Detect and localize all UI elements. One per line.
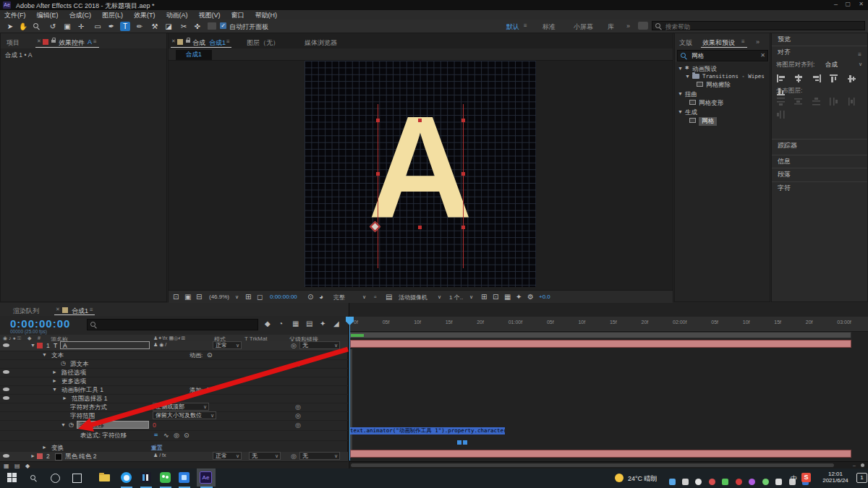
distribute-top-button[interactable] [777,98,786,106]
zoom-level[interactable]: (46.9%) [209,294,229,300]
workspace-tab-libraries[interactable]: 库 [608,22,614,32]
always-preview-icon[interactable]: ⊡ [173,294,179,301]
add-button[interactable]: ⊙ [205,386,211,393]
align-hcenter-button[interactable] [794,74,804,82]
exposure-reset-icon[interactable]: ⚙ [527,294,534,301]
views-chevron-icon[interactable]: ∨ [469,294,473,301]
tray-leaf-icon[interactable] [722,479,728,485]
start-button[interactable] [7,473,17,482]
panel-icon[interactable] [208,22,216,30]
tab-media-browser[interactable]: 媒体浏览器 [305,38,337,48]
hscrollbar-thumb[interactable] [351,463,834,467]
comp-mini-flowchart-icon[interactable]: ◆ [265,320,271,328]
blend-mode-select[interactable]: 正常∨ [213,452,242,460]
auto-open-checkbox[interactable]: ✓ [220,22,226,29]
flowchart-btn-icon[interactable]: ✦ [516,294,522,301]
taskbar-search-icon[interactable] [30,475,38,482]
effects-panel-overflow-icon[interactable]: » [756,38,760,46]
comp-tab-close-icon[interactable]: ✕ [171,38,176,44]
tree-group-generate[interactable]: ▼ 生成 [675,108,770,116]
camera-chevron-icon[interactable]: ∨ [438,294,441,301]
video-editor-icon[interactable] [140,471,153,484]
close-button[interactable]: ✕ [859,1,864,7]
effects-search-clear-icon[interactable]: ✕ [760,52,765,59]
tray-pinwheel-icon[interactable] [709,479,715,485]
align-vcenter-button[interactable] [848,74,857,82]
stopwatch-icon[interactable]: ◷ [69,421,74,428]
ime-indicator[interactable]: 中 [791,474,797,484]
distribute-left-button[interactable] [830,98,839,106]
effects-panel-menu-icon[interactable]: ≡ [741,38,745,45]
browser-icon[interactable] [120,471,133,484]
current-timecode[interactable]: 0:00:00:00 [10,317,70,330]
panel-menu-icon[interactable]: ≡ [93,38,97,45]
align-left-button[interactable] [777,74,786,82]
blend-mode-select[interactable]: 正常∨ [213,341,242,349]
layer-name-field[interactable]: A [60,341,150,349]
puppet-pin-tool-icon[interactable]: ✜ [192,22,203,31]
wechat-icon[interactable] [159,471,172,484]
distribute-right-button[interactable] [777,111,786,119]
workspace-bar-icon[interactable] [638,22,648,30]
guides-icon[interactable]: ⊞ [245,294,251,301]
layer-row-2[interactable]: ► 2 黑色 纯色 2 ♟ / fx 正常∨ 无∨ ◎ 无∨ [0,452,348,462]
viewer-subtab-comp1[interactable]: 合成1 [176,50,212,60]
view-layout-select[interactable]: 1 个.. [449,294,463,301]
tray-apple-icon[interactable] [736,479,742,485]
time-ruler[interactable]: 0f 05f 10f 15f 20f 01:00f 05f 10f 15f 20… [349,317,868,332]
graph-editor-icon[interactable]: ◢ [333,320,339,328]
twirl-icon[interactable]: ► [52,369,57,374]
tray-shield-icon[interactable] [669,479,676,485]
timeline-search-box[interactable] [87,319,258,330]
tree-group-distort[interactable]: ▼ 扭曲 [675,90,770,98]
pan-behind-tool-icon[interactable]: ✛ [76,22,86,31]
effects-search-input[interactable] [690,51,758,61]
layer-1-duration-bar[interactable] [350,340,851,348]
mirror-viewer-icon[interactable]: ⊟ [196,294,202,301]
handle-top-left[interactable] [376,119,380,122]
handle-bottom-center[interactable] [418,226,422,229]
timeline-panel-menu-icon[interactable]: ≡ [90,307,93,313]
motion-blur-icon[interactable]: ✦ [320,320,326,328]
system-tray[interactable] [667,475,811,488]
char-offset-label-selected[interactable]: 字符位移 [77,421,149,429]
pixel-aspect-icon[interactable]: ⊞ [481,294,487,301]
parent-select[interactable]: 无∨ [299,341,340,349]
tree-item-grid-wipe[interactable]: 网格擦除 [675,80,770,88]
primary-viewer-icon[interactable]: ▣ [184,294,191,301]
twirl-icon[interactable]: ► [62,395,67,401]
layer-color-label[interactable] [37,343,43,348]
minimize-button[interactable]: – [834,1,838,8]
parent-pickwhip-icon[interactable]: ◎ [291,342,297,349]
zoom-tool-icon[interactable] [31,22,41,31]
distribute-vcenter-button[interactable] [794,98,804,106]
ae-taskbar-icon[interactable]: Ae [200,471,213,484]
exposure-value[interactable]: +0.0 [539,294,550,300]
zoom-out-icon[interactable]: – [853,463,856,468]
workspace-tab-default[interactable]: 默认 [506,22,519,32]
expression-toggle-icon[interactable]: ◎ [295,412,301,419]
active-camera-select[interactable]: 活动摄像机 [399,294,427,301]
workspace-tab-standard[interactable]: 标准 [542,22,556,32]
cortana-icon[interactable] [51,474,60,483]
tree-group-animation-presets[interactable]: ▼ ✱ 动画预设 [675,64,770,72]
handle-mid-left[interactable] [376,172,380,176]
tray-capture-icon[interactable] [682,479,689,485]
twirl-icon[interactable]: ▼ [678,66,683,71]
expression-pickwhip-icon[interactable]: ◎ [174,432,179,439]
char-align-select[interactable]: 左侧或顶部∨ [153,403,209,411]
tab-close-icon[interactable]: ✕ [37,38,41,44]
distribute-bottom-button[interactable] [812,98,822,106]
expression-graph-icon[interactable]: ∿ [163,432,169,439]
parent-pickwhip-icon[interactable]: ◎ [291,453,297,460]
tab-render-queue[interactable]: 渲染队列 [13,307,39,316]
tree-item-grid-selected[interactable]: 网格 [675,116,770,124]
resolution-chevron-icon[interactable]: ∨ [362,294,366,301]
volume-icon[interactable] [775,479,782,485]
notification-center-icon[interactable]: 1 [856,473,867,483]
panel-header-align[interactable]: 对齐 ≡ [772,46,867,58]
timeline-btn-icon[interactable]: ▦ [504,294,511,301]
panel-header-paragraph[interactable]: 段落 [772,168,867,180]
distribute-hcenter-button[interactable] [848,98,857,106]
transparency-grid-icon[interactable]: ▤ [386,294,392,301]
